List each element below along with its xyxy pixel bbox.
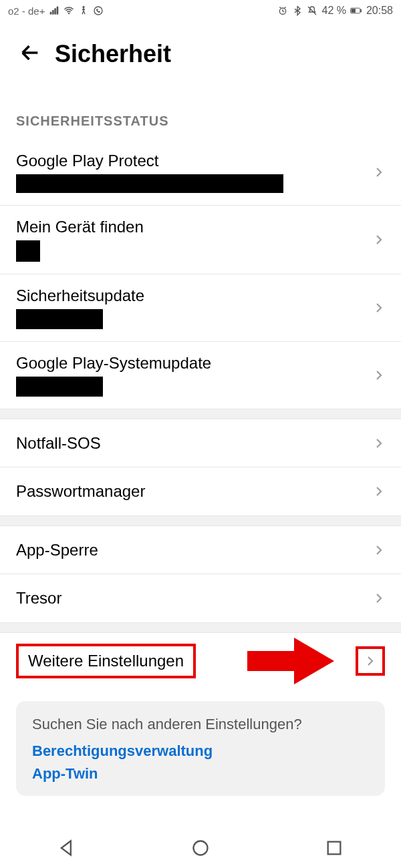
- signal-icon: [49, 5, 59, 16]
- svg-point-2: [94, 7, 102, 15]
- section-gap: [0, 409, 401, 419]
- nav-home-button[interactable]: [191, 839, 210, 860]
- row-vault[interactable]: Tresor: [0, 574, 401, 622]
- highlight-box-chevron: [356, 646, 385, 676]
- row-label: Mein Gerät finden: [16, 218, 144, 236]
- mute-icon: [307, 5, 317, 16]
- section-header-security-status: SICHERHEITSSTATUS: [0, 84, 401, 140]
- section-gap: [0, 622, 401, 633]
- chevron-right-icon: [373, 592, 385, 604]
- status-left: o2 - de+: [8, 5, 104, 17]
- svg-point-0: [68, 13, 70, 14]
- status-bar: o2 - de+ 42 % 20:58: [0, 0, 401, 21]
- chevron-right-icon: [373, 166, 385, 178]
- system-nav-bar: [0, 831, 401, 868]
- svg-rect-8: [328, 842, 341, 855]
- row-find-my-device[interactable]: Mein Gerät finden: [0, 206, 401, 274]
- row-security-update[interactable]: Sicherheitsupdate: [0, 274, 401, 342]
- nav-recent-button[interactable]: [325, 839, 344, 860]
- chevron-right-icon: [373, 437, 385, 449]
- chevron-right-icon: [373, 369, 385, 381]
- row-label: Passwortmanager: [16, 482, 145, 501]
- chevron-right-icon: [373, 302, 385, 314]
- row-password-manager[interactable]: Passwortmanager: [0, 467, 401, 515]
- battery-percent-label: 42 %: [321, 5, 346, 17]
- alarm-icon: [277, 5, 288, 16]
- carrier-label: o2 - de+: [8, 5, 45, 17]
- svg-rect-5: [352, 9, 356, 12]
- suggestion-card: Suchen Sie nach anderen Einstellungen? B…: [16, 701, 385, 796]
- back-button[interactable]: [19, 41, 41, 67]
- row-label: Sicherheitsupdate: [16, 286, 144, 305]
- redacted-block: [16, 309, 103, 329]
- bluetooth-icon: [292, 5, 303, 16]
- annotation-arrow-icon: [247, 638, 334, 684]
- header: Sicherheit: [0, 21, 401, 84]
- row-label: Tresor: [16, 589, 61, 608]
- suggestion-title: Suchen Sie nach anderen Einstellungen?: [32, 716, 369, 733]
- redacted-block: [16, 240, 40, 262]
- suggestion-link-app-twin[interactable]: App-Twin: [32, 765, 369, 783]
- list-app-lock: App-Sperre Tresor: [0, 526, 401, 622]
- svg-point-1: [83, 6, 85, 8]
- status-right: 42 % 20:58: [277, 5, 393, 17]
- list-emergency: Notfall-SOS Passwortmanager: [0, 419, 401, 515]
- whatsapp-icon: [93, 5, 104, 16]
- walking-icon: [78, 5, 89, 16]
- row-google-play-system-update[interactable]: Google Play-Systemupdate: [0, 342, 401, 409]
- chevron-right-icon: [373, 485, 385, 497]
- time-label: 20:58: [366, 5, 393, 17]
- redacted-block: [16, 174, 283, 193]
- row-label: Google Play Protect: [16, 152, 283, 170]
- svg-point-7: [194, 841, 208, 855]
- nav-back-button[interactable]: [57, 839, 76, 860]
- row-label: Google Play-Systemupdate: [16, 354, 211, 373]
- section-gap: [0, 515, 401, 526]
- chevron-right-icon: [373, 544, 385, 556]
- row-label: Weitere Einstellungen: [28, 652, 184, 670]
- battery-icon: [350, 5, 362, 17]
- chevron-right-icon: [373, 234, 385, 246]
- row-app-lock[interactable]: App-Sperre: [0, 526, 401, 574]
- svg-rect-6: [360, 9, 361, 12]
- wifi-icon: [63, 5, 74, 16]
- row-emergency-sos[interactable]: Notfall-SOS: [0, 419, 401, 467]
- row-label: Notfall-SOS: [16, 434, 101, 453]
- row-more-settings[interactable]: Weitere Einstellungen: [0, 633, 401, 689]
- list-security-status: Google Play Protect Mein Gerät finden Si…: [0, 140, 401, 409]
- redacted-block: [16, 377, 103, 397]
- row-label: App-Sperre: [16, 541, 98, 560]
- suggestion-link-permissions[interactable]: Berechtigungsverwaltung: [32, 742, 369, 760]
- page-title: Sicherheit: [55, 40, 171, 68]
- chevron-right-icon: [364, 655, 376, 667]
- highlight-box-label: Weitere Einstellungen: [16, 644, 196, 678]
- row-google-play-protect[interactable]: Google Play Protect: [0, 140, 401, 206]
